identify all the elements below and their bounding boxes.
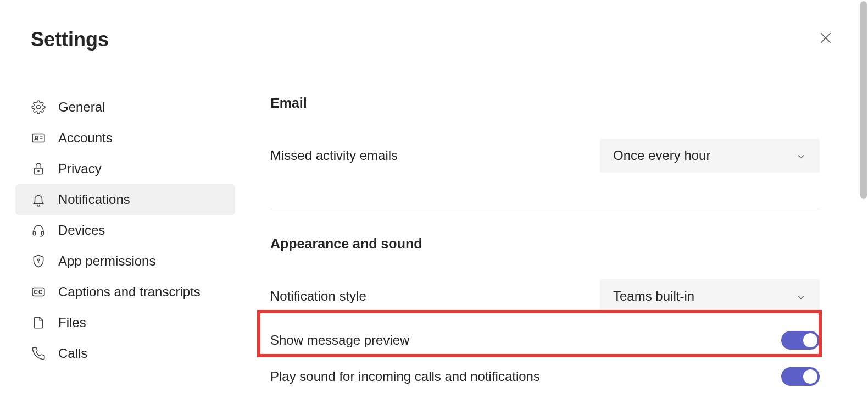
sidebar-item-privacy[interactable]: Privacy	[15, 153, 235, 184]
svg-rect-3	[32, 134, 44, 142]
section-divider	[270, 209, 820, 209]
chevron-down-icon	[795, 150, 806, 161]
svg-point-2	[37, 106, 41, 109]
toggle-knob	[803, 369, 817, 384]
sidebar-item-label: Calls	[58, 346, 87, 361]
toggle-show-preview[interactable]	[781, 331, 820, 350]
sidebar-item-app-permissions[interactable]: App permissions	[15, 246, 235, 277]
gear-icon	[31, 100, 46, 115]
sidebar-item-label: Files	[58, 315, 86, 330]
shield-key-icon	[31, 253, 46, 269]
sidebar-item-general[interactable]: General	[15, 92, 235, 123]
row-show-preview: Show message preview	[270, 322, 820, 358]
lock-icon	[31, 161, 46, 176]
sidebar-item-files[interactable]: Files	[15, 307, 235, 338]
svg-rect-9	[33, 231, 35, 235]
sidebar-item-label: Devices	[58, 223, 105, 238]
page-title: Settings	[31, 28, 109, 51]
close-button[interactable]	[814, 26, 837, 52]
label-missed-activity: Missed activity emails	[270, 148, 398, 163]
chevron-down-icon	[795, 291, 806, 302]
row-notification-style: Notification style Teams built-in	[270, 270, 820, 322]
sidebar-item-label: Notifications	[58, 192, 130, 207]
section-email: Email Missed activity emails Once every …	[270, 95, 820, 181]
section-title-appearance: Appearance and sound	[270, 236, 820, 252]
label-notification-style: Notification style	[270, 289, 366, 304]
toggle-knob	[803, 333, 817, 347]
dropdown-notification-style[interactable]: Teams built-in	[600, 279, 820, 313]
sidebar-item-label: Accounts	[58, 130, 113, 146]
row-missed-activity: Missed activity emails Once every hour	[270, 130, 820, 181]
sidebar-item-notifications[interactable]: Notifications	[15, 184, 235, 215]
sidebar-item-label: Captions and transcripts	[58, 284, 201, 300]
sidebar-item-label: App permissions	[58, 253, 155, 269]
label-show-preview: Show message preview	[270, 333, 409, 348]
bell-icon	[31, 192, 46, 207]
file-icon	[31, 315, 46, 330]
row-play-sound: Play sound for incoming calls and notifi…	[270, 358, 820, 395]
svg-point-4	[35, 136, 37, 139]
svg-rect-10	[41, 231, 43, 235]
scrollbar-thumb[interactable]	[860, 1, 867, 199]
section-appearance: Appearance and sound Notification style …	[270, 236, 820, 395]
sidebar-item-devices[interactable]: Devices	[15, 215, 235, 246]
sidebar-item-captions[interactable]: Captions and transcripts	[15, 277, 235, 307]
sidebar-item-accounts[interactable]: Accounts	[15, 123, 235, 153]
cc-icon	[31, 284, 46, 300]
label-play-sound: Play sound for incoming calls and notifi…	[270, 369, 540, 384]
sidebar-item-calls[interactable]: Calls	[15, 338, 235, 369]
sidebar-item-label: General	[58, 100, 105, 115]
toggle-play-sound[interactable]	[781, 367, 820, 386]
section-title-email: Email	[270, 95, 820, 111]
settings-main: Email Missed activity emails Once every …	[270, 69, 853, 398]
phone-icon	[31, 346, 46, 361]
dropdown-value: Once every hour	[613, 148, 710, 163]
close-icon	[819, 31, 833, 48]
dropdown-missed-activity[interactable]: Once every hour	[600, 139, 820, 173]
id-card-icon	[31, 130, 46, 146]
headset-icon	[31, 223, 46, 238]
settings-sidebar: General Accounts Privacy Notifications D	[15, 69, 235, 398]
sidebar-item-label: Privacy	[58, 161, 102, 176]
dropdown-value: Teams built-in	[613, 289, 694, 304]
svg-point-8	[38, 170, 39, 172]
svg-point-11	[37, 259, 39, 261]
